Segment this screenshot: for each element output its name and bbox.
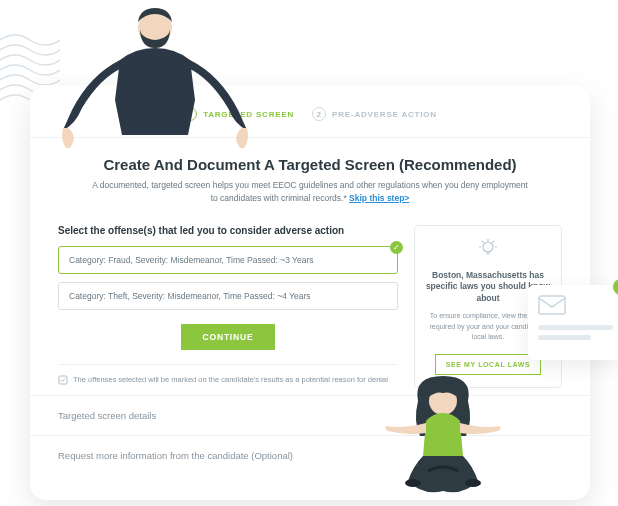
placeholder-line [538, 335, 591, 340]
continue-button[interactable]: CONTINUE [181, 324, 276, 350]
page-title: Create And Document A Targeted Screen (R… [58, 156, 562, 173]
checkmark-icon: ✓ [390, 241, 403, 254]
step-label: PRE-ADVERSE ACTION [332, 110, 437, 119]
notification-card: ✓ [528, 285, 618, 360]
offense-prompt: Select the offense(s) that led you to co… [58, 225, 398, 236]
offense-selection-panel: Select the offense(s) that led you to co… [58, 225, 398, 395]
svg-point-2 [483, 242, 493, 252]
offense-option[interactable]: Category: Theft, Severity: Misdemeanor, … [58, 282, 398, 310]
offense-option[interactable]: Category: Fraud, Severity: Misdemeanor, … [58, 246, 398, 274]
envelope-icon [538, 295, 613, 319]
page-subtitle: A documented, targeted screen helps you … [58, 179, 562, 205]
placeholder-line [538, 325, 613, 330]
offense-option-text: Category: Fraud, Severity: Misdemeanor, … [69, 255, 314, 265]
checkmark-badge-icon: ✓ [613, 279, 618, 295]
step-pre-adverse-action[interactable]: 2 PRE-ADVERSE ACTION [312, 107, 437, 121]
offense-option-text: Category: Theft, Severity: Misdemeanor, … [69, 291, 311, 301]
illustration-man [60, 0, 250, 155]
skip-step-link[interactable]: Skip this step> [349, 193, 409, 203]
svg-rect-3 [539, 296, 565, 314]
svg-point-6 [465, 479, 481, 487]
lightbulb-icon [425, 238, 551, 262]
illustration-woman [378, 371, 508, 501]
step-number-2-icon: 2 [312, 107, 326, 121]
offense-note: The offenses selected will be marked on … [58, 364, 398, 395]
svg-rect-1 [59, 376, 67, 384]
svg-point-5 [405, 479, 421, 487]
info-icon [58, 375, 68, 385]
